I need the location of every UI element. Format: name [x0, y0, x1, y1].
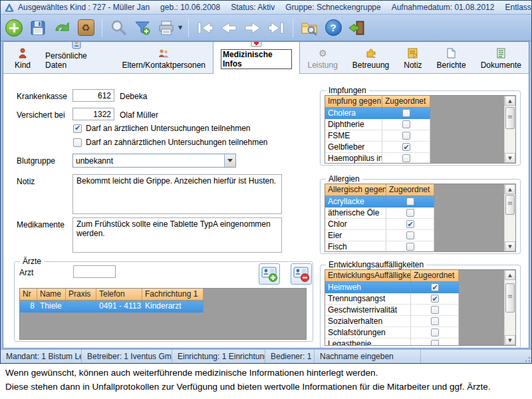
- impfungen-header-zugeordnet[interactable]: Zugeordnet: [382, 96, 430, 108]
- allergien-table: Allergisch gegen Zugeordnet Acryllacke ä…: [325, 184, 516, 252]
- entwicklung-row[interactable]: Trennungsangst: [325, 293, 459, 305]
- impfungen-row[interactable]: Cholera: [325, 108, 430, 119]
- impfungen-row[interactable]: Gelbfieber: [325, 142, 430, 153]
- impfung-checkbox[interactable]: [402, 132, 410, 140]
- entwicklung-row[interactable]: Sozialverhalten: [325, 316, 459, 327]
- add-doctor-button[interactable]: [259, 263, 280, 285]
- scroll-down-icon[interactable]: ▼: [505, 335, 515, 345]
- search-button[interactable]: [108, 18, 128, 38]
- undo-icon: [53, 19, 70, 37]
- impfungen-scrollbar[interactable]: ▲ ▼: [504, 96, 515, 163]
- entwicklung-checkbox[interactable]: [431, 306, 439, 314]
- tab-notiz[interactable]: Notiz: [396, 45, 429, 73]
- doctors-header-nr[interactable]: Nr: [20, 289, 37, 301]
- doctors-header-name[interactable]: Name: [37, 289, 66, 301]
- add-button[interactable]: [4, 18, 24, 38]
- impfung-checkbox[interactable]: [402, 120, 410, 128]
- doctors-header-fachrichtung[interactable]: Fachrichtung 1: [142, 289, 203, 301]
- scroll-thumb[interactable]: [505, 107, 515, 129]
- allergien-row[interactable]: Acryllacke: [325, 196, 434, 207]
- entwicklung-row[interactable]: Legasthenie: [325, 338, 459, 346]
- impfungen-row[interactable]: Diphtherie: [325, 119, 430, 130]
- doctors-header-praxis[interactable]: Praxis: [66, 289, 96, 301]
- tab-eltern-kontaktpersonen[interactable]: Eltern/Kontaktpersonen: [115, 45, 213, 73]
- tab-dokumente[interactable]: Dokumente: [473, 45, 529, 73]
- filter-button[interactable]: [132, 18, 152, 38]
- tab-medizinische-infos[interactable]: Medizinische Infos: [213, 41, 300, 74]
- allergie-checkbox[interactable]: [406, 243, 414, 251]
- entwicklung-checkbox[interactable]: [431, 329, 439, 336]
- medikamente-textarea[interactable]: Zum Frühstück sollte eine Tablette TypA …: [72, 217, 282, 253]
- allergie-checkbox[interactable]: [406, 198, 414, 205]
- versichert-bei-input[interactable]: [72, 108, 114, 120]
- resize-grip[interactable]: [522, 354, 531, 363]
- arzt-input[interactable]: [73, 265, 116, 278]
- entwicklung-header-zugeordnet[interactable]: Zugeordnet: [411, 270, 459, 282]
- doctors-table-row[interactable]: 8 Thiele 0491 - 41133 Kinderarzt: [20, 301, 203, 313]
- nav-previous-button[interactable]: [219, 18, 239, 38]
- save-button[interactable]: [28, 18, 48, 38]
- impfung-checkbox[interactable]: [402, 109, 410, 117]
- app-logo-icon: [5, 3, 14, 12]
- nav-last-button[interactable]: [267, 18, 287, 38]
- blutgruppe-dropdown-button[interactable]: [224, 154, 235, 167]
- entwicklung-row[interactable]: Geschwisterrivalität: [325, 305, 459, 316]
- tab-betreuung[interactable]: Betreuung: [345, 45, 396, 73]
- entwicklung-checkbox[interactable]: [431, 283, 439, 291]
- tab-berichte[interactable]: Berichte: [430, 45, 473, 73]
- scroll-up-icon[interactable]: ▲: [505, 270, 515, 280]
- entwicklung-checkbox[interactable]: [431, 317, 439, 325]
- tab-leistung[interactable]: ⚙ Leistung: [300, 45, 344, 73]
- doctor-name-cell: Thiele: [37, 301, 66, 312]
- allergie-checkbox[interactable]: [406, 209, 414, 217]
- scroll-up-icon[interactable]: ▲: [505, 96, 515, 106]
- help-button[interactable]: ?: [323, 18, 343, 38]
- print-dropdown-caret[interactable]: ▼: [178, 25, 182, 31]
- entwicklung-row[interactable]: Schlafstörungen: [325, 327, 459, 338]
- allergie-checkbox[interactable]: [406, 231, 414, 239]
- exit-button[interactable]: [347, 18, 367, 38]
- folder-search-button[interactable]: [299, 18, 319, 38]
- allergien-scrollbar[interactable]: ▲ ▼: [504, 184, 515, 251]
- remove-doctor-button[interactable]: [291, 263, 312, 285]
- scroll-down-icon[interactable]: ▼: [505, 153, 515, 163]
- allergien-row[interactable]: Fisch: [325, 241, 434, 252]
- undo-button[interactable]: [52, 18, 72, 38]
- recycle-bin-button[interactable]: ♻: [76, 18, 96, 38]
- allergien-row[interactable]: Chlor: [325, 219, 434, 230]
- allergien-header-zugeordnet[interactable]: Zugeordnet: [386, 184, 434, 196]
- notiz-textarea[interactable]: Bekommt leicht die Grippe. Anzeichen hie…: [72, 174, 282, 214]
- impfungen-row[interactable]: Haemophilus inf: [325, 153, 430, 164]
- nav-next-button[interactable]: [243, 18, 263, 38]
- entwicklung-scrollbar[interactable]: ▲ ▼: [504, 270, 515, 345]
- tab-persoenliche-daten[interactable]: Persönliche Daten: [38, 41, 115, 73]
- scroll-thumb[interactable]: [505, 283, 515, 313]
- allergien-row[interactable]: Eier: [325, 230, 434, 241]
- scroll-up-icon[interactable]: ▲: [505, 184, 515, 194]
- doctors-header-telefon[interactable]: Telefon: [96, 289, 142, 301]
- zahnaerztliche-untersuchung-checkbox-row[interactable]: Darf an zahnärztlichen Untersuchungen te…: [73, 138, 268, 147]
- impfung-checkbox[interactable]: [402, 154, 410, 162]
- krankenkasse-input[interactable]: [72, 89, 114, 102]
- aerztliche-untersuchung-checkbox[interactable]: [73, 124, 82, 133]
- entwicklung-checkbox[interactable]: [431, 295, 439, 303]
- print-button[interactable]: [156, 18, 176, 38]
- nav-first-button[interactable]: [195, 18, 215, 38]
- impfungen-header-gegen[interactable]: Impfung gegen: [325, 96, 382, 108]
- entwicklung-row[interactable]: Heimweh: [325, 282, 459, 293]
- blutgruppe-select[interactable]: unbekannt: [72, 154, 236, 168]
- toolbar-separator: [293, 19, 293, 37]
- impfungen-row[interactable]: FSME: [325, 130, 430, 142]
- allergie-checkbox[interactable]: [406, 220, 414, 228]
- aerztliche-untersuchung-checkbox-row[interactable]: Darf an ärztlichen Untersuchungen teilne…: [73, 124, 250, 133]
- tab-kind[interactable]: Kind: [7, 45, 38, 73]
- impfung-checkbox[interactable]: [402, 143, 410, 151]
- entwicklung-header-auffaelligkeit[interactable]: EntwicklungsAuffälligkeit: [325, 270, 411, 282]
- entwicklung-checkbox[interactable]: [431, 340, 439, 346]
- scroll-thumb[interactable]: [505, 195, 515, 215]
- allergien-header-gegen[interactable]: Allergisch gegen: [325, 184, 386, 196]
- arzt-label: Arzt: [19, 268, 33, 277]
- allergien-row[interactable]: ätherische Öle: [325, 207, 434, 219]
- scroll-down-icon[interactable]: ▼: [505, 241, 515, 251]
- zahnaerztliche-untersuchung-checkbox[interactable]: [73, 138, 82, 147]
